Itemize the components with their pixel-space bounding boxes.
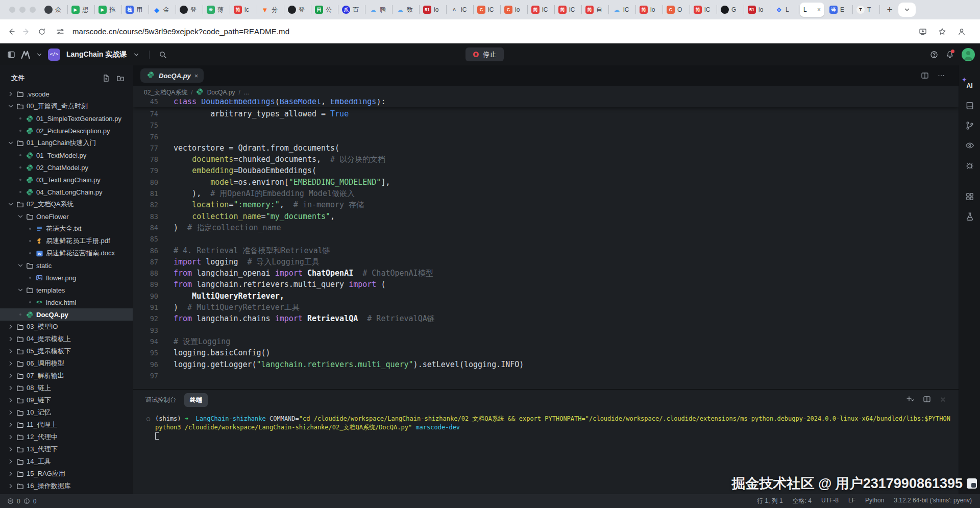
tree-item[interactable]: 花语大全.txt	[0, 223, 133, 235]
user-avatar[interactable]	[962, 48, 975, 61]
chevron-right-icon[interactable]	[6, 348, 15, 355]
tree-item[interactable]: 02_PictureDescription.py	[0, 125, 133, 137]
tab-search-button[interactable]	[898, 3, 916, 17]
workspace-title[interactable]: LangChain 实战课	[66, 50, 127, 59]
new-folder-icon[interactable]	[116, 74, 125, 82]
logo-chevron-down-icon[interactable]	[36, 51, 43, 58]
status-item-2[interactable]: UTF-8	[821, 497, 839, 505]
chevron-right-icon[interactable]	[6, 323, 15, 330]
browser-tab[interactable]: 登	[284, 0, 311, 19]
browser-tab[interactable]: 爪百	[338, 0, 365, 19]
browser-tab[interactable]: 简io	[636, 0, 663, 19]
chevron-right-icon[interactable]	[6, 335, 15, 343]
browser-tab[interactable]: CiC	[474, 0, 501, 19]
workspace-chevron-down-icon[interactable]	[133, 51, 140, 58]
browser-tab[interactable]: ❖L	[771, 0, 798, 19]
close-panel-icon[interactable]	[940, 396, 946, 403]
active-browser-tab[interactable]: L×	[800, 3, 824, 17]
tree-item[interactable]: templates	[0, 284, 133, 296]
tree-item[interactable]: 04_ChatLongChain.py	[0, 186, 133, 198]
browser-tab[interactable]: ☁iC	[609, 0, 636, 19]
maximize-window-button[interactable]	[30, 7, 36, 13]
chevron-right-icon[interactable]	[6, 482, 15, 490]
browser-tab[interactable]: TT	[853, 0, 880, 19]
tree-item[interactable]: 02_ChatModel.py	[0, 161, 133, 174]
chevron-down-icon[interactable]	[16, 262, 25, 269]
status-item-5[interactable]: 3.12.2 64-bit ('shims': pyenv)	[894, 497, 972, 505]
browser-tab[interactable]: ☁数	[393, 0, 420, 19]
tree-item[interactable]: 11_代理上	[0, 419, 133, 431]
close-tab-icon[interactable]: ×	[194, 72, 199, 80]
chevron-down-icon[interactable]	[6, 103, 15, 110]
tree-item[interactable]: 01_TextModel.py	[0, 149, 133, 161]
new-file-icon[interactable]	[102, 74, 110, 82]
tree-item[interactable]: 04_提示模板上	[0, 333, 133, 345]
chevron-down-icon[interactable]	[6, 201, 15, 208]
install-app-icon[interactable]	[919, 28, 927, 36]
forward-button[interactable]	[22, 28, 31, 36]
browser-tab[interactable]: 51io	[744, 0, 771, 19]
tree-item[interactable]: <>index.html	[0, 296, 133, 308]
breadcrumb-file[interactable]: DocQA.py	[207, 89, 235, 96]
book-activity-icon[interactable]	[963, 99, 977, 113]
tree-item[interactable]: DocQA.py	[0, 308, 133, 321]
tree-item[interactable]: 09_链下	[0, 394, 133, 406]
browser-tab[interactable]: 田公	[311, 0, 338, 19]
tree-item[interactable]: 03_模型IO	[0, 321, 133, 333]
tab-terminal[interactable]: 终端	[184, 393, 208, 407]
toggle-sidebar-icon[interactable]	[7, 51, 15, 59]
tree-item[interactable]: W易速鲜花运营指南.docx	[0, 247, 133, 259]
tree-item[interactable]: 10_记忆	[0, 406, 133, 419]
browser-profile-icon[interactable]	[958, 28, 966, 36]
tree-item[interactable]: 08_链上	[0, 382, 133, 394]
breadcrumb-folder[interactable]: 02_文档QA系统	[144, 88, 187, 97]
stop-button[interactable]: 停止	[465, 47, 504, 61]
browser-tab[interactable]: ▶拖	[95, 0, 122, 19]
tab-debug-console[interactable]: 调试控制台	[145, 396, 176, 404]
browser-tab[interactable]: ▼分	[257, 0, 284, 19]
chevron-right-icon[interactable]	[6, 397, 15, 404]
breadcrumb-symbol[interactable]: ...	[244, 89, 249, 96]
bug-activity-icon[interactable]	[963, 158, 977, 173]
chevron-right-icon[interactable]	[6, 433, 15, 441]
tree-item[interactable]: flower.png	[0, 272, 133, 284]
marscode-logo[interactable]	[20, 50, 31, 60]
tree-item[interactable]: 07_解析输出	[0, 370, 133, 382]
chevron-right-icon[interactable]	[6, 360, 15, 367]
browser-tab[interactable]: 简iC	[528, 0, 555, 19]
eye-activity-icon[interactable]	[963, 138, 977, 153]
browser-tab[interactable]: Cio	[501, 0, 528, 19]
code-editor[interactable]: 45class DoubaoEmbeddings(BaseModel, Embe…	[133, 99, 959, 389]
tree-item[interactable]: 01_SimpleTextGeneration.py	[0, 112, 133, 125]
notifications-bell-icon[interactable]	[946, 51, 954, 59]
browser-tab[interactable]: 简自	[582, 0, 609, 19]
chevron-right-icon[interactable]	[6, 470, 15, 477]
tree-item[interactable]: 02_文档QA系统	[0, 198, 133, 210]
close-window-button[interactable]	[9, 7, 15, 13]
chevron-down-icon[interactable]	[16, 286, 25, 294]
split-terminal-icon[interactable]	[923, 395, 931, 403]
site-controls-icon[interactable]	[56, 28, 64, 36]
ai-activity-icon[interactable]: ✦AI	[963, 79, 977, 93]
browser-tab[interactable]: ☁腾	[365, 0, 393, 19]
chevron-down-icon[interactable]	[16, 213, 25, 220]
status-item-0[interactable]: 行 1, 列 1	[757, 497, 783, 505]
status-item-3[interactable]: LF	[848, 497, 855, 505]
tree-item[interactable]: 05_提示模板下	[0, 345, 133, 357]
tree-item[interactable]: 14_工具	[0, 455, 133, 468]
tree-item[interactable]: 01_LangChain快速入门	[0, 137, 133, 149]
browser-tab[interactable]: G	[717, 0, 744, 19]
browser-tab[interactable]: ▶想	[68, 0, 95, 19]
close-tab-icon[interactable]: ×	[817, 6, 821, 13]
back-button[interactable]	[7, 28, 15, 36]
browser-tab[interactable]: 众	[41, 0, 68, 19]
tree-item[interactable]: 易速鲜花员工手册.pdf	[0, 235, 133, 247]
flask-activity-icon[interactable]	[963, 209, 977, 224]
browser-tab[interactable]: 简iC	[690, 0, 717, 19]
grid-activity-icon[interactable]	[963, 189, 977, 204]
browser-tab[interactable]: AiC	[447, 0, 474, 19]
search-icon[interactable]	[159, 51, 167, 59]
chevron-right-icon[interactable]	[6, 384, 15, 392]
tree-item[interactable]: 16_操作数据库	[0, 480, 133, 492]
split-editor-icon[interactable]	[921, 71, 929, 80]
